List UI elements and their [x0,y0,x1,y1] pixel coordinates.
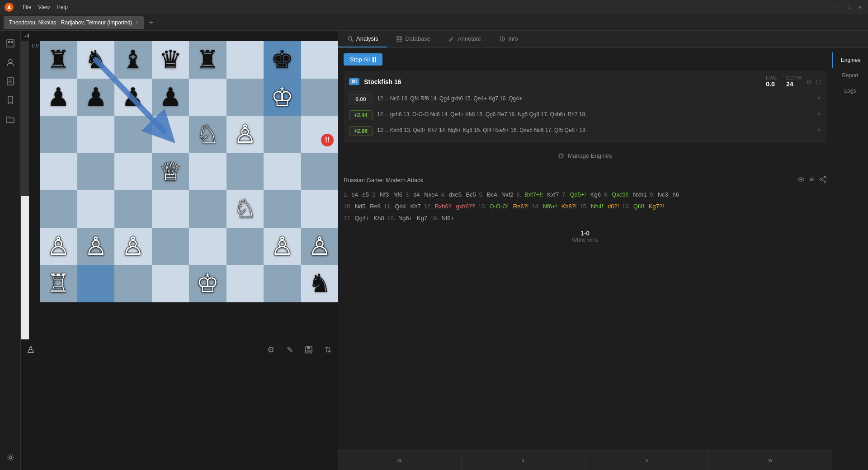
square-a3[interactable]: ♙ [40,228,77,265]
square-e5[interactable] [189,153,226,191]
menu-help[interactable]: Help [57,4,68,10]
sidebar-menu-report[interactable]: Report [832,68,868,83]
move-6w[interactable]: Bxf7+!! [523,191,546,198]
square-f4[interactable]: ♘ [226,190,264,228]
sidebar-icon-game[interactable] [2,35,19,52]
square-d6[interactable] [152,116,189,153]
tab-0[interactable]: Theodorou, Nikolas - Radjabov, Teimour (… [4,16,144,29]
move-15b[interactable]: d6?! [606,202,622,210]
line-row-1[interactable]: +2.44 12… gxh6 13. O-O-O Nc6 14. Qe4+ Kh… [349,107,821,123]
settings-icon[interactable] [2,449,19,465]
square-b2[interactable] [77,265,115,302]
square-b8[interactable]: ♞ [77,41,115,79]
maximize-button[interactable]: □ [846,4,853,10]
square-f3[interactable] [226,228,264,265]
move-12b[interactable]: gxh6?? [454,202,478,210]
move-2w[interactable]: Nf3 [378,191,392,198]
square-e6[interactable]: ♘ [189,116,226,153]
move-7w[interactable]: Qd5+! [568,191,589,198]
chess-board[interactable]: ♜ ♞ ♝ ♛ ♜ ♚ [40,41,338,339]
square-g5[interactable] [264,153,301,191]
square-b4[interactable] [77,190,115,228]
square-d3[interactable] [152,228,189,265]
menu-view[interactable]: View [38,4,50,10]
move-18b[interactable]: Kg7 [415,214,430,222]
expand-icon-0[interactable]: ∨ [817,94,821,101]
close-button[interactable]: × [857,4,863,10]
square-f2[interactable] [226,265,264,302]
square-c5[interactable] [114,153,152,191]
nav-last-button[interactable]: » [709,451,832,470]
square-h7[interactable] [301,79,339,116]
move-8w[interactable]: Qxc5!! [610,191,632,198]
move-16w[interactable]: Qf4! [632,202,647,210]
square-a5[interactable] [40,153,77,191]
tab-info[interactable]: Info [490,31,527,47]
move-17w[interactable]: Qg4+ [354,214,373,222]
square-g4[interactable] [264,190,301,228]
expand-icon-2[interactable]: ∨ [817,126,821,132]
square-g6[interactable] [264,116,301,153]
share-icon[interactable] [819,176,826,184]
sidebar-menu-engines[interactable]: Engines [832,52,868,68]
move-7b[interactable]: Kg6 [589,191,604,198]
square-a4[interactable] [40,190,77,228]
nav-next-button[interactable]: › [585,451,708,470]
square-e3[interactable] [189,228,226,265]
square-e4[interactable] [189,190,226,228]
edit-btn[interactable]: ✎ [283,343,297,357]
square-b5[interactable] [77,153,115,191]
square-e7[interactable] [189,79,226,116]
square-c7[interactable]: ♟ [114,79,152,116]
square-a2[interactable]: ♖ [40,265,77,302]
square-a6[interactable] [40,116,77,153]
move-3w[interactable]: d4 [412,191,423,198]
square-c2[interactable] [114,265,152,302]
square-h6[interactable] [301,116,339,153]
square-e2[interactable]: ♔ [189,265,226,302]
flip-btn[interactable]: ⇅ [321,343,335,357]
stop-all-button[interactable]: Stop All [344,53,382,66]
sidebar-icon-user[interactable] [2,54,19,70]
move-5b[interactable]: Nxf2 [500,191,516,198]
move-13b[interactable]: Re6?! [512,202,532,210]
move-14w[interactable]: Nf6+! [542,202,560,210]
move-14b[interactable]: Kh8?! [560,202,580,210]
square-e8[interactable]: ♜ [189,41,226,79]
line-row-0[interactable]: 0.00 12… Nc6 13. Qf4 Rf8 14. Qg4 gxh6 15… [349,91,821,107]
move-9b[interactable]: h6 [671,191,680,198]
sidebar-menu-logs[interactable]: Logs [832,83,868,99]
square-b6[interactable] [77,116,115,153]
engine-settings-icon[interactable]: ⚙ [806,78,812,85]
new-tab-button[interactable]: + [146,17,156,28]
settings-btn[interactable]: ⚙ [264,343,278,357]
square-h2[interactable]: ♞ [301,265,339,302]
square-f7[interactable] [226,79,264,116]
square-d7[interactable]: ♟ [152,79,189,116]
move-16b[interactable]: Kg7?! [647,202,665,210]
square-c4[interactable] [114,190,152,228]
square-g8[interactable]: ♚ [264,41,301,79]
sidebar-icon-bookmark[interactable] [2,92,19,108]
expand-icon-1[interactable]: ∨ [817,110,821,117]
move-4w[interactable]: dxe5 [448,191,465,198]
manage-engines-button[interactable]: Manage Engines [344,147,826,164]
square-f6[interactable]: ♙ [226,116,264,153]
square-d5[interactable]: ♕ [152,153,189,191]
square-d2[interactable] [152,265,189,302]
square-c6[interactable] [114,116,152,153]
move-4b[interactable]: Bc5 [465,191,479,198]
move-6b[interactable]: Kxf7 [546,191,562,198]
square-h4[interactable] [301,190,339,228]
move-13w[interactable]: O-O-O! [488,202,511,210]
move-8b[interactable]: Nxh1 [632,191,650,198]
square-h5[interactable] [301,153,339,191]
tab-database[interactable]: Database [387,31,439,47]
square-h3[interactable]: ♙ [301,228,339,265]
move-5w[interactable]: Bc4 [486,191,500,198]
move-10b[interactable]: Re8 [368,202,383,210]
square-a7[interactable]: ♟ [40,79,77,116]
square-f5[interactable] [226,153,264,191]
engine-expand-icon[interactable]: ⬡ [816,78,821,85]
move-15w[interactable]: Nh4! [590,202,606,210]
